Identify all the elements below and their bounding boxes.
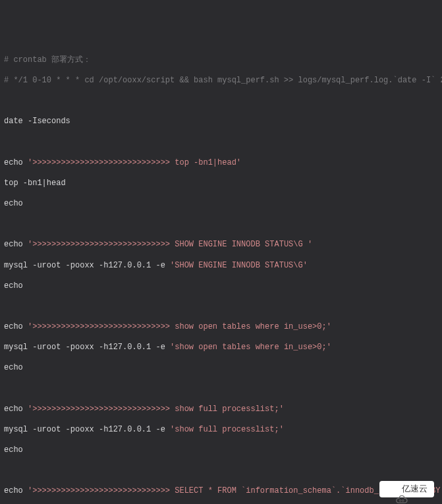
string-text: '>>>>>>>>>>>>>>>>>>>>>>>>>>>>> top -bn1|… xyxy=(28,158,241,167)
cmd-text: echo xyxy=(4,281,23,291)
watermark-badge: 亿速云 xyxy=(379,481,434,497)
string-text: '>>>>>>>>>>>>>>>>>>>>>>>>>>>>> SHOW ENGI… xyxy=(28,240,312,249)
cmd-text: echo xyxy=(4,445,23,455)
cmd-text: mysql -uroot -pooxx -h127.0.0.1 -e xyxy=(4,261,170,270)
cmd-text: echo xyxy=(4,486,28,495)
cmd-text: echo xyxy=(4,322,28,331)
comment-line: # */1 0-10 * * * cd /opt/ooxx/script && … xyxy=(4,76,442,85)
watermark-text: 亿速云 xyxy=(402,484,428,495)
svg-point-0 xyxy=(400,500,402,502)
string-text: 'show open tables where in_use>0;' xyxy=(170,343,331,352)
cmd-text: mysql -uroot -pooxx -h127.0.0.1 -e xyxy=(4,343,170,352)
cmd-text: top -bn1|head xyxy=(4,179,66,188)
svg-point-1 xyxy=(402,500,404,502)
string-text: '>>>>>>>>>>>>>>>>>>>>>>>>>>>>> show full… xyxy=(28,405,284,414)
cmd-text: echo xyxy=(4,158,28,167)
cmd-text: echo xyxy=(4,240,28,249)
cmd-text: echo xyxy=(4,199,23,208)
string-text: 'SHOW ENGINE INNODB STATUS\G' xyxy=(170,261,308,270)
string-text: '>>>>>>>>>>>>>>>>>>>>>>>>>>>>> show open… xyxy=(28,322,331,331)
cmd-text: date -Iseconds xyxy=(4,117,70,126)
cmd-text: echo xyxy=(4,363,23,372)
code-block: # crontab 部署方式： # */1 0-10 * * * cd /opt… xyxy=(4,45,438,504)
cmd-text: echo xyxy=(4,405,28,414)
comment-line: # crontab 部署方式： xyxy=(4,55,91,65)
string-text: 'show full processlist;' xyxy=(170,425,284,434)
cloud-icon xyxy=(386,485,399,494)
cmd-text: mysql -uroot -pooxx -h127.0.0.1 -e xyxy=(4,425,170,434)
